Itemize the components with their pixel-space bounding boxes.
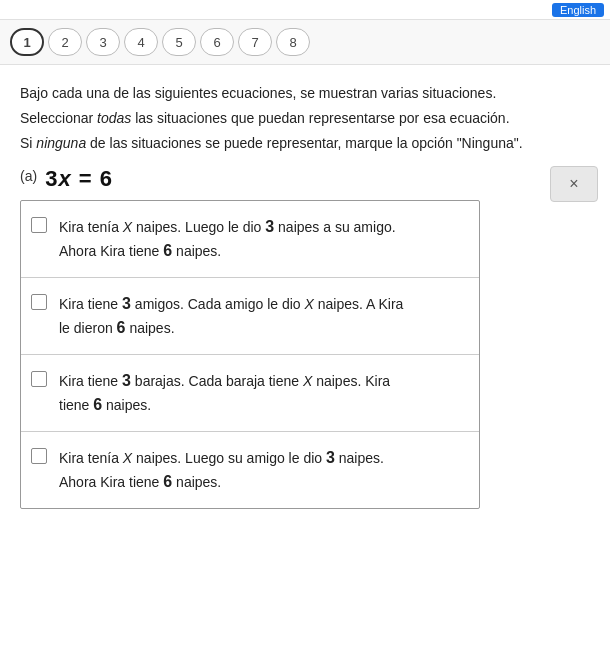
checkbox-4[interactable] xyxy=(31,448,47,464)
options-container: Kira tenía X naipes. Luego le dio 3 naip… xyxy=(20,200,480,509)
option-text-3: Kira tiene 3 barajas. Cada baraja tiene … xyxy=(59,369,390,417)
instruction-line3: Si ninguna de las situaciones se puede r… xyxy=(20,133,590,154)
equation-label: (a) xyxy=(20,166,37,184)
option-row-4: Kira tenía X naipes. Luego su amigo le d… xyxy=(21,432,479,508)
checkbox-2[interactable] xyxy=(31,294,47,310)
step-navigation: 1 2 3 4 5 6 7 8 xyxy=(0,20,610,65)
step-4[interactable]: 4 xyxy=(124,28,158,56)
step-7[interactable]: 7 xyxy=(238,28,272,56)
instruction-line2-prefix: Seleccionar xyxy=(20,110,97,126)
instruction-line2: Seleccionar todas las situaciones que pu… xyxy=(20,108,590,129)
top-bar: English xyxy=(0,0,610,20)
option-text-2: Kira tiene 3 amigos. Cada amigo le dio X… xyxy=(59,292,403,340)
option-text-1: Kira tenía X naipes. Luego le dio 3 naip… xyxy=(59,215,396,263)
close-button[interactable]: × xyxy=(550,166,598,202)
option-text-4: Kira tenía X naipes. Luego su amigo le d… xyxy=(59,446,384,494)
step-1[interactable]: 1 xyxy=(10,28,44,56)
instruction-line2-italic: todas xyxy=(97,110,131,126)
checkbox-1[interactable] xyxy=(31,217,47,233)
checkbox-3[interactable] xyxy=(31,371,47,387)
step-6[interactable]: 6 xyxy=(200,28,234,56)
equation-row: (a) 3x = 6 × xyxy=(20,166,590,192)
instruction-line3-italic: ninguna xyxy=(36,135,86,151)
step-3[interactable]: 3 xyxy=(86,28,120,56)
language-badge[interactable]: English xyxy=(552,3,604,17)
main-content: Bajo cada una de las siguientes ecuacion… xyxy=(0,65,610,519)
instructions: Bajo cada una de las siguientes ecuacion… xyxy=(20,83,590,154)
step-8[interactable]: 8 xyxy=(276,28,310,56)
option-row-2: Kira tiene 3 amigos. Cada amigo le dio X… xyxy=(21,278,479,355)
step-5[interactable]: 5 xyxy=(162,28,196,56)
option-row-1: Kira tenía X naipes. Luego le dio 3 naip… xyxy=(21,201,479,278)
option-row-3: Kira tiene 3 barajas. Cada baraja tiene … xyxy=(21,355,479,432)
instruction-line3-prefix: Si xyxy=(20,135,36,151)
instruction-line3-suffix: de las situaciones se puede representar,… xyxy=(86,135,522,151)
equation-text: 3x = 6 xyxy=(45,166,113,192)
instruction-line2-suffix: las situaciones que puedan representarse… xyxy=(131,110,509,126)
step-2[interactable]: 2 xyxy=(48,28,82,56)
instruction-line1: Bajo cada una de las siguientes ecuacion… xyxy=(20,83,590,104)
